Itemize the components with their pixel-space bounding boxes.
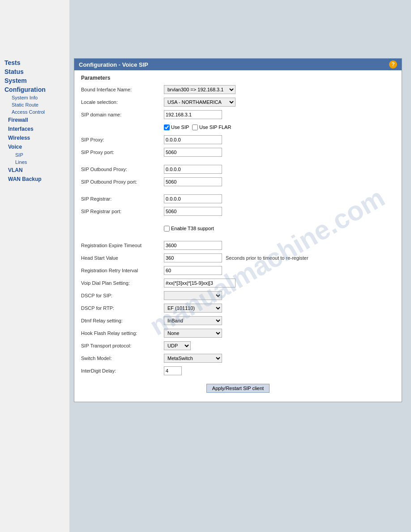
sip-transport-label: SIP Transport protocol:	[81, 343, 164, 348]
sip-proxy-label: SIP Proxy:	[81, 137, 164, 142]
sidebar-item-sip[interactable]: SIP	[0, 151, 69, 159]
dscp-sip-select[interactable]	[164, 291, 222, 300]
sidebar-item-configuration[interactable]: Configuration	[0, 85, 69, 94]
reg-expire-row: Registration Expire Timeout	[81, 240, 395, 250]
voip-dial-plan-row: Voip Dial Plan Setting:	[81, 278, 395, 288]
voip-dial-plan-input[interactable]	[164, 279, 235, 287]
head-start-label: Head Start Value	[81, 255, 164, 261]
dscp-sip-label: DSCP for SIP:	[81, 293, 164, 298]
sip-domain-input[interactable]	[164, 110, 222, 119]
sip-proxy-port-input[interactable]	[164, 148, 222, 157]
sidebar-item-status[interactable]: Status	[0, 67, 69, 76]
sip-outbound-proxy-label: SIP Outbound Proxy:	[81, 167, 164, 172]
dscp-rtp-label: DSCP for RTP:	[81, 305, 164, 311]
sip-registrar-port-input[interactable]	[164, 207, 222, 216]
help-icon[interactable]: ?	[389, 60, 397, 69]
use-sip-label: Use SIP	[171, 124, 189, 130]
switch-model-select[interactable]: MetaSwitch	[164, 354, 222, 363]
sip-outbound-proxy-input[interactable]	[164, 165, 222, 174]
sidebar-item-static-route[interactable]: Static Route	[0, 101, 69, 108]
config-title: Configuration - Voice SIP	[79, 61, 148, 68]
head-start-row: Head Start Value Seconds prior to timeou…	[81, 253, 395, 263]
sidebar-item-voice[interactable]: Voice	[0, 142, 69, 151]
sidebar-item-system[interactable]: System	[0, 76, 69, 85]
t38-checkbox[interactable]	[164, 226, 170, 232]
bound-interface-row: Bound Interface Name: brvlan300 => 192.1…	[81, 85, 395, 94]
t38-label: Enable T38 support	[171, 226, 214, 231]
sip-domain-label: SIP domain name:	[81, 112, 164, 117]
sip-outbound-proxy-port-row: SIP Outbound Proxy port:	[81, 177, 395, 187]
hook-flash-label: Hook Flash Relay setting:	[81, 330, 164, 336]
main-content: Configuration - Voice SIP ? Parameters B…	[69, 0, 411, 532]
use-sip-checkbox[interactable]	[164, 124, 170, 130]
use-sip-row: Use SIP Use SIP FLAR	[81, 122, 395, 132]
dtmf-relay-select[interactable]: InBand	[164, 316, 222, 325]
interdigit-delay-row: InterDigit Delay:	[81, 366, 395, 376]
sidebar-item-wireless[interactable]: Wireless	[0, 133, 69, 142]
sidebar-item-lines[interactable]: Lines	[0, 159, 69, 166]
locale-row: Locale selection: USA - NORTHAMERICA	[81, 97, 395, 107]
sip-domain-row: SIP domain name:	[81, 110, 395, 120]
switch-model-label: Switch Model:	[81, 356, 164, 361]
sip-outbound-proxy-port-label: SIP Outbound Proxy port:	[81, 179, 164, 184]
use-sip-flar-checkbox[interactable]	[192, 124, 198, 130]
sip-registrar-label: SIP Registrar:	[81, 196, 164, 202]
reg-expire-label: Registration Expire Timeout	[81, 243, 164, 248]
voip-dial-plan-label: Voip Dial Plan Setting:	[81, 280, 164, 286]
sidebar-item-firewall[interactable]: Firewall	[0, 116, 69, 124]
interdigit-delay-input[interactable]	[164, 366, 182, 375]
dscp-sip-row: DSCP for SIP:	[81, 291, 395, 300]
sip-registrar-port-row: SIP Registrar port:	[81, 206, 395, 216]
interdigit-delay-label: InterDigit Delay:	[81, 368, 164, 373]
config-header: Configuration - Voice SIP ?	[74, 59, 402, 70]
config-panel: Configuration - Voice SIP ? Parameters B…	[74, 58, 402, 402]
sidebar-item-vlan[interactable]: VLAN	[0, 166, 69, 175]
bound-interface-label: Bound Interface Name:	[81, 87, 164, 92]
sip-transport-row: SIP Transport protocol: UDP	[81, 341, 395, 351]
reg-retry-label: Registration Retry Interval	[81, 268, 164, 273]
sip-registrar-input[interactable]	[164, 194, 222, 203]
apply-restart-button[interactable]: Apply/Restart SIP client	[206, 384, 270, 393]
sidebar-item-tests[interactable]: Tests	[0, 58, 69, 67]
use-sip-flar-label: Use SIP FLAR	[199, 124, 231, 130]
dtmf-relay-label: Dtmf Relay setting:	[81, 318, 164, 323]
reg-retry-row: Registration Retry Interval	[81, 266, 395, 275]
sip-proxy-row: SIP Proxy:	[81, 135, 395, 145]
hook-flash-row: Hook Flash Relay setting: None	[81, 328, 395, 338]
sidebar: Tests Status System Configuration System…	[0, 0, 69, 532]
locale-label: Locale selection:	[81, 99, 164, 105]
sip-outbound-proxy-port-input[interactable]	[164, 177, 222, 186]
sidebar-item-access-control[interactable]: Access Control	[0, 108, 69, 116]
reg-retry-input[interactable]	[164, 266, 222, 275]
sip-transport-select[interactable]: UDP	[164, 341, 191, 350]
reg-expire-input[interactable]	[164, 241, 222, 250]
bound-interface-select[interactable]: brvlan300 => 192.168.3.1	[164, 85, 235, 94]
sip-proxy-input[interactable]	[164, 135, 222, 144]
apply-btn-row: Apply/Restart SIP client	[81, 379, 395, 397]
sip-outbound-proxy-row: SIP Outbound Proxy:	[81, 164, 395, 174]
head-start-input[interactable]	[164, 253, 222, 262]
dscp-rtp-row: DSCP for RTP: EF (101110)	[81, 303, 395, 313]
dtmf-relay-row: Dtmf Relay setting: InBand	[81, 316, 395, 326]
sip-proxy-port-label: SIP Proxy port:	[81, 150, 164, 155]
dscp-rtp-select[interactable]: EF (101110)	[164, 304, 222, 313]
hook-flash-select[interactable]: None	[164, 329, 222, 338]
config-body: Parameters Bound Interface Name: brvlan3…	[74, 70, 402, 402]
sip-registrar-row: SIP Registrar:	[81, 194, 395, 204]
locale-select[interactable]: USA - NORTHAMERICA	[164, 98, 235, 107]
section-title: Parameters	[81, 75, 395, 81]
head-start-hint: Seconds prior to timeout to re-register	[226, 255, 308, 261]
sidebar-item-interfaces[interactable]: Interfaces	[0, 124, 69, 133]
sidebar-item-system-info[interactable]: System Info	[0, 94, 69, 101]
sidebar-item-wan-backup[interactable]: WAN Backup	[0, 175, 69, 184]
sip-proxy-port-row: SIP Proxy port:	[81, 147, 395, 157]
t38-row: Enable T38 support	[81, 223, 395, 233]
sip-registrar-port-label: SIP Registrar port:	[81, 209, 164, 214]
switch-model-row: Switch Model: MetaSwitch	[81, 353, 395, 363]
